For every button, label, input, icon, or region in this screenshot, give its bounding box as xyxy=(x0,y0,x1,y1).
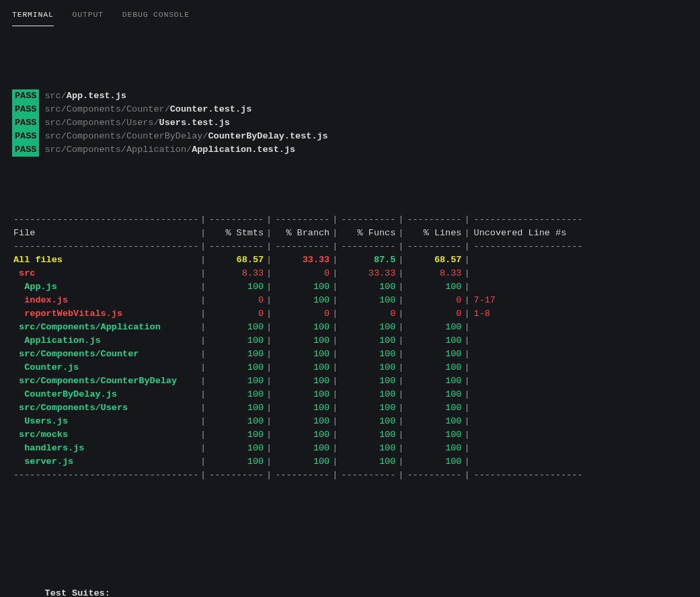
coverage-row: handlers.js|100|100|100|100| xyxy=(12,442,688,455)
coverage-row: CounterByDelay.js|100|100|100|100| xyxy=(12,388,688,401)
coverage-funcs: 0 xyxy=(338,307,398,321)
coverage-stmts: 100 xyxy=(206,374,266,388)
coverage-branch: 100 xyxy=(272,442,332,455)
coverage-row: Counter.js|100|100|100|100| xyxy=(12,361,688,374)
coverage-file: Counter.js xyxy=(12,361,200,374)
coverage-row: src/Components/Application|100|100|100|1… xyxy=(12,321,688,334)
coverage-uncovered: 7-17 xyxy=(470,294,584,307)
coverage-file: server.js xyxy=(12,455,200,469)
test-pass-line: PASSsrc/Components/Application/Applicati… xyxy=(12,143,688,157)
coverage-uncovered xyxy=(470,415,584,428)
col-file: File xyxy=(12,227,200,240)
coverage-row: App.js|100|100|100|100| xyxy=(12,280,688,294)
coverage-table: ----------------------------------|-----… xyxy=(12,213,688,482)
coverage-uncovered xyxy=(470,442,584,455)
coverage-row: All files|68.57|33.33|87.5|68.57| xyxy=(12,253,688,267)
coverage-stmts: 100 xyxy=(206,428,266,442)
coverage-lines: 100 xyxy=(403,401,464,415)
coverage-branch: 100 xyxy=(272,334,332,348)
coverage-branch: 33.33 xyxy=(272,253,332,267)
coverage-branch: 100 xyxy=(272,348,332,361)
tab-terminal[interactable]: TERMINAL xyxy=(12,8,54,26)
test-pass-line: PASSsrc/Components/Users/Users.test.js xyxy=(12,116,688,130)
coverage-stmts: 0 xyxy=(206,294,266,307)
coverage-branch: 100 xyxy=(272,388,332,401)
coverage-funcs: 87.5 xyxy=(338,253,398,267)
test-path-dir: src/Components/Counter/ xyxy=(44,104,169,114)
coverage-uncovered xyxy=(470,267,584,280)
coverage-row: src/Components/Users|100|100|100|100| xyxy=(12,401,688,415)
coverage-funcs: 100 xyxy=(338,401,398,415)
coverage-file: src/mocks xyxy=(12,428,200,442)
test-path-dir: src/Components/CounterByDelay/ xyxy=(44,131,208,141)
coverage-branch: 100 xyxy=(272,415,332,428)
coverage-funcs: 100 xyxy=(338,321,398,334)
test-summary: Test Suites: 5 passed, 5 total Tests: 8 … xyxy=(12,547,688,597)
coverage-uncovered xyxy=(470,428,584,442)
test-path-file: Users.test.js xyxy=(159,118,230,128)
col-branch: % Branch xyxy=(272,227,332,240)
test-pass-line: PASSsrc/Components/CounterByDelay/Counte… xyxy=(12,130,688,143)
coverage-row: reportWebVitals.js|0|0|0|0|1-8 xyxy=(12,307,688,321)
coverage-lines: 8.33 xyxy=(403,267,464,280)
test-path-file: App.test.js xyxy=(67,91,126,101)
pass-badge: PASS xyxy=(12,103,39,116)
coverage-lines: 100 xyxy=(403,455,464,469)
coverage-file: CounterByDelay.js xyxy=(12,388,200,401)
test-path-dir: src/ xyxy=(44,91,66,101)
coverage-stmts: 100 xyxy=(206,388,266,401)
coverage-stmts: 100 xyxy=(206,415,266,428)
coverage-funcs: 100 xyxy=(338,415,398,428)
coverage-row: server.js|100|100|100|100| xyxy=(12,455,688,469)
test-pass-line: PASSsrc/App.test.js xyxy=(12,89,688,103)
coverage-lines: 100 xyxy=(403,348,464,361)
coverage-lines: 100 xyxy=(403,374,464,388)
coverage-branch: 100 xyxy=(272,374,332,388)
coverage-branch: 100 xyxy=(272,455,332,469)
coverage-branch: 100 xyxy=(272,294,332,307)
coverage-uncovered xyxy=(470,455,584,469)
coverage-divider: ----------------------------------|-----… xyxy=(12,213,688,227)
coverage-stmts: 100 xyxy=(206,455,266,469)
coverage-row: Application.js|100|100|100|100| xyxy=(12,334,688,348)
tab-output[interactable]: OUTPUT xyxy=(73,8,104,26)
tab-debug-console[interactable]: DEBUG CONSOLE xyxy=(122,8,190,26)
coverage-uncovered xyxy=(470,348,584,361)
coverage-row: src/Components/Counter|100|100|100|100| xyxy=(12,348,688,361)
coverage-uncovered xyxy=(470,334,584,348)
coverage-file: src/Components/Counter xyxy=(12,348,200,361)
coverage-divider: ----------------------------------|-----… xyxy=(12,240,688,253)
coverage-funcs: 100 xyxy=(338,442,398,455)
coverage-header: File|% Stmts|% Branch|% Funcs|% Lines|Un… xyxy=(12,227,688,240)
coverage-uncovered xyxy=(470,321,584,334)
coverage-lines: 100 xyxy=(403,442,464,455)
coverage-uncovered xyxy=(470,361,584,374)
coverage-row: Users.js|100|100|100|100| xyxy=(12,415,688,428)
coverage-stmts: 100 xyxy=(206,401,266,415)
coverage-funcs: 100 xyxy=(338,428,398,442)
coverage-funcs: 100 xyxy=(338,374,398,388)
coverage-lines: 100 xyxy=(403,415,464,428)
test-pass-line: PASSsrc/Components/Counter/Counter.test.… xyxy=(12,103,688,116)
panel-tabs: TERMINAL OUTPUT DEBUG CONSOLE xyxy=(0,0,700,26)
terminal-output[interactable]: PASSsrc/App.test.jsPASSsrc/Components/Co… xyxy=(0,26,700,597)
coverage-uncovered xyxy=(470,401,584,415)
coverage-stmts: 100 xyxy=(206,280,266,294)
coverage-lines: 100 xyxy=(403,428,464,442)
coverage-funcs: 100 xyxy=(338,348,398,361)
coverage-file: Users.js xyxy=(12,415,200,428)
coverage-funcs: 100 xyxy=(338,334,398,348)
coverage-file: src/Components/Users xyxy=(12,401,200,415)
test-path-dir: src/Components/Application/ xyxy=(44,145,192,155)
test-path-file: Counter.test.js xyxy=(170,104,252,114)
coverage-branch: 100 xyxy=(272,321,332,334)
coverage-branch: 0 xyxy=(272,307,332,321)
pass-badge: PASS xyxy=(12,130,39,143)
coverage-lines: 100 xyxy=(403,280,464,294)
coverage-branch: 0 xyxy=(272,267,332,280)
coverage-stmts: 100 xyxy=(206,334,266,348)
coverage-funcs: 100 xyxy=(338,388,398,401)
coverage-lines: 68.57 xyxy=(403,253,464,267)
coverage-stmts: 100 xyxy=(206,348,266,361)
coverage-lines: 0 xyxy=(403,307,464,321)
